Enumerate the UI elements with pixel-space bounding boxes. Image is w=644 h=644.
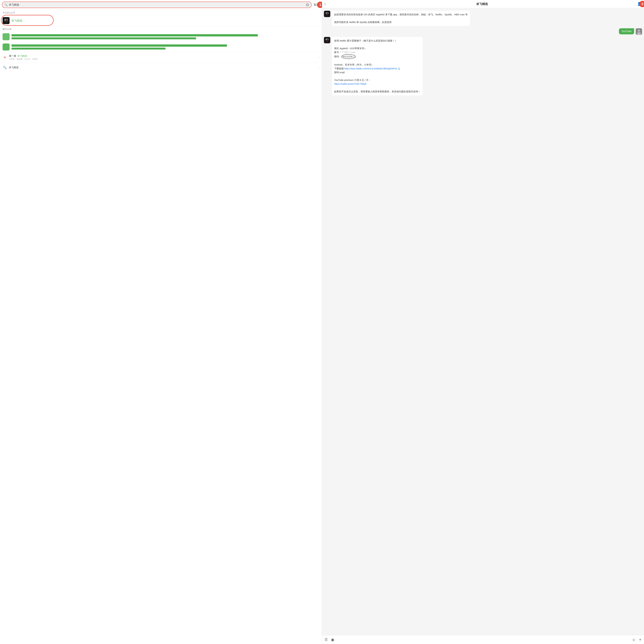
chat-content-redacted-2 xyxy=(11,44,319,50)
chat-content-redacted-1 xyxy=(11,34,319,39)
clear-button[interactable]: ✕ xyxy=(306,3,309,6)
bot-msg2-text: 使用 Netflix 看片需要梯子（梯子是什么意思请自行搜索！） 美区 Appl… xyxy=(334,39,420,93)
right-panel: ‹ 奈飞精选 👤 2 奈飞 精选 如您需要安卓的安装包或者 iOS 的美区 Ap… xyxy=(322,0,644,644)
add-icon[interactable]: + xyxy=(639,637,641,642)
left-panel: 🔍 ✕ 取消 1 关注的公众号 奈飞 精选 奈飞精选 聊天记录 xyxy=(0,0,322,644)
account-redacted: ****@***.com xyxy=(341,51,356,54)
redacted-line-1 xyxy=(11,34,258,36)
chat-history-item-1[interactable] xyxy=(0,32,322,42)
chat-history-label: 聊天记录 xyxy=(0,26,322,32)
emoji-icon[interactable]: ☺ xyxy=(632,637,636,642)
suggestion-arrow-2: › xyxy=(318,66,319,69)
chat-toolbar: ☰ ◉ ☺ + xyxy=(322,635,644,644)
bot-bubble-2: 使用 Netflix 看片需要梯子（梯子是什么意思请自行搜索！） 美区 Appl… xyxy=(332,37,423,95)
download-link[interactable]: https://pan.baidu.com/s/1JLw3skaEr2BAnjj… xyxy=(344,67,400,70)
chat-title: 奈飞精选 xyxy=(327,2,637,6)
search-icon: 🔍 xyxy=(4,3,8,6)
voice-icon[interactable]: ◉ xyxy=(331,637,334,642)
search-input-wrap: 🔍 ✕ xyxy=(2,2,312,8)
user-avatar-1 xyxy=(636,28,642,35)
contact-result-name: 奈飞精选 xyxy=(11,19,22,23)
suggestion-main-1: 搜一搜 奈飞精选 xyxy=(9,54,316,57)
bot-avatar-2: 奈飞 精选 xyxy=(324,37,330,43)
svg-point-1 xyxy=(638,30,640,32)
suggestion-main-2: 奈飞精选 xyxy=(9,66,316,69)
suggestion-sub-1: 小程序、朋友圈、公众号、文章等 xyxy=(9,58,316,61)
chat-header: ‹ 奈飞精选 👤 2 xyxy=(322,0,644,8)
followed-section-label: 关注的公众号 xyxy=(0,10,322,15)
bot-message-2: 奈飞 精选 使用 Netflix 看片需要梯子（梯子是什么意思请自行搜索！） 美… xyxy=(324,37,642,95)
bot-bubble-1: 如您需要安卓的安装包或者 iOS 的美区 AppleID 来下载 app，请回复… xyxy=(332,11,470,26)
youtube-link[interactable]: https://naifei.pro/m/?rid=786y9 xyxy=(334,82,366,85)
password-redacted: Nr112216..) xyxy=(341,54,356,59)
badge-2: 2 xyxy=(639,1,644,7)
suggestion-text-item[interactable]: 🔍 奈飞精选 › xyxy=(0,63,322,72)
svg-point-2 xyxy=(637,32,641,35)
back-button[interactable]: ‹ xyxy=(325,2,326,6)
chat-avatar-redacted-2 xyxy=(3,43,10,50)
menu-icon[interactable]: ☰ xyxy=(325,638,328,642)
search-icon-2: 🔍 xyxy=(3,65,7,70)
suggestion-text-1: 搜一搜 奈飞精选 小程序、朋友圈、公众号、文章等 xyxy=(9,54,316,61)
bot-msg1-text: 如您需要安卓的安装包或者 iOS 的美区 AppleID 来下载 app，请回复… xyxy=(334,13,468,23)
star-icon: ✳ xyxy=(3,55,7,60)
chat-avatar-redacted-1 xyxy=(3,33,10,40)
chat-messages: 奈飞 精选 如您需要安卓的安装包或者 iOS 的美区 AppleID 来下载 a… xyxy=(322,8,644,635)
contact-result-item[interactable]: 奈飞 精选 奈飞精选 xyxy=(0,15,322,26)
suggestion-text-2: 奈飞精选 xyxy=(9,66,316,69)
search-bar: 🔍 ✕ 取消 1 xyxy=(0,0,322,10)
suggestion-search-item[interactable]: ✳ 搜一搜 奈飞精选 小程序、朋友圈、公众号、文章等 › xyxy=(0,52,322,63)
search-input[interactable] xyxy=(9,3,305,6)
redacted-line-2 xyxy=(11,37,196,39)
redacted-line-4 xyxy=(11,48,165,50)
user-bubble-1: YouTube xyxy=(619,28,634,34)
suggestion-arrow-1: › xyxy=(318,56,319,59)
bot-avatar-1: 奈飞 精选 xyxy=(324,11,330,17)
chat-history-item-2[interactable] xyxy=(0,42,322,52)
naifei-avatar: 奈飞 精选 xyxy=(3,17,10,24)
redacted-line-3 xyxy=(11,44,227,47)
user-message-1: YouTube xyxy=(324,28,642,35)
bot-message-1: 奈飞 精选 如您需要安卓的安装包或者 iOS 的美区 AppleID 来下载 a… xyxy=(324,11,642,26)
